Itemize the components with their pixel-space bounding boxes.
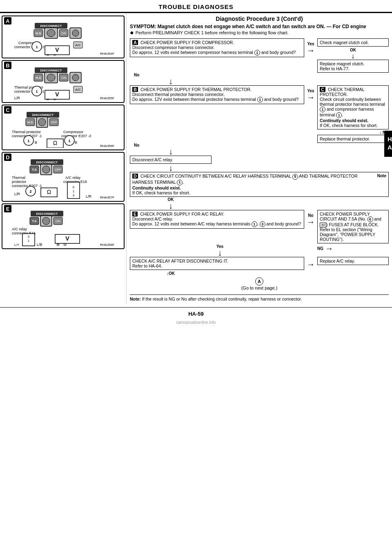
svg-text:2: 2: [29, 190, 31, 194]
svg-text:OFF: OFF: [55, 168, 61, 172]
svg-text:Ω: Ω: [47, 189, 51, 195]
flow-a-check: CHECK POWER SUPPLY FOR COMPRESSOR.: [140, 40, 234, 45]
diagram-e-label: E: [4, 205, 11, 212]
svg-text:DISCONNECT: DISCONNECT: [36, 161, 58, 164]
check-clutch-text: Check magnet clutch coil.: [320, 40, 369, 45]
diagram-b-img: DISCONNECT H.S ON Thermal protector conn…: [4, 62, 122, 100]
flow-e-check: CHECK POWER SUPPLY FOR A/C RELAY.: [140, 212, 224, 216]
ok-label-3: ↓OK: [130, 271, 212, 276]
svg-point-9: [72, 30, 79, 36]
svg-text:V: V: [65, 235, 69, 242]
svg-text:A/C: A/C: [75, 43, 81, 47]
flow-box-b: B CHECK POWER SUPPLY FOR THERMAL PROTECT…: [130, 85, 304, 104]
svg-text:L/R: L/R: [86, 194, 92, 198]
flow-row-e: E CHECK POWER SUPPLY FOR A/C RELAY. Disc…: [130, 210, 389, 243]
svg-text:A/C relay: A/C relay: [65, 176, 81, 180]
flow-d-check: CHECK CIRCUIT CONTINUITY BETWEEN A/C REL…: [132, 174, 358, 195]
flow-c-check: CHECK THERMAL PROTECTOR.: [320, 87, 364, 97]
svg-text:B: B: [75, 140, 77, 145]
ok-arrow-1: ↓: [317, 52, 389, 60]
svg-text:1: 1: [36, 45, 38, 49]
flow-box-a: A CHECK POWER SUPPLY FOR COMPRESSOR. Dis…: [130, 38, 304, 57]
svg-text:L/Y: L/Y: [14, 243, 20, 247]
svg-text:L/R: L/R: [14, 96, 20, 100]
flow-e-detail: Disconnect A/C relay.Do approx. 12 volts…: [132, 216, 301, 226]
svg-text:ON: ON: [56, 219, 60, 223]
svg-point-30: [72, 74, 79, 81]
flow-e-no-arrow: →: [307, 218, 315, 226]
svg-text:V: V: [55, 91, 59, 98]
svg-text:B: B: [35, 140, 37, 145]
svg-text:A/C relay: A/C relay: [12, 227, 27, 231]
flow-e-main: E CHECK POWER SUPPLY FOR A/C RELAY. Disc…: [130, 210, 304, 229]
svg-text:H.S: H.S: [27, 120, 33, 124]
flow-c-detail: Check circuit continuity between thermal…: [320, 97, 385, 128]
diagram-b-label: B: [4, 62, 11, 69]
svg-point-48: [38, 118, 46, 126]
no-a: No: [134, 73, 139, 77]
go-next: A (Go to next page.): [130, 277, 389, 290]
disconnect-relay-text: Disconnect A/C relay.: [132, 157, 173, 162]
svg-text:DISCONNECT: DISCONNECT: [36, 212, 58, 216]
flow-chart: A CHECK POWER SUPPLY FOR COMPRESSOR. Dis…: [130, 38, 389, 301]
svg-text:connector E207 -1: connector E207 -1: [12, 184, 42, 188]
replace-clutch-box: Replace magnet clutch.Refer to HA-77.: [317, 60, 389, 73]
flow-row-bc: B CHECK POWER SUPPLY FOR THERMAL PROTECT…: [130, 85, 389, 143]
flow-e-no-col: No →: [307, 210, 315, 226]
diagram-d-svg: DISCONNECT T.S OFF Thermal protector con…: [10, 158, 116, 199]
check-power-supply-text: CHECK POWER SUPPLY CIRCUIT AND 7.5A (No.…: [320, 212, 381, 242]
svg-text:H.S: H.S: [36, 31, 41, 35]
flow-b-yes-col: Yes →: [307, 85, 315, 101]
flow-row-d: D Note CHECK CIRCUIT CONTINUITY BETWEEN …: [130, 172, 389, 196]
svg-text:⊖: ⊖: [53, 98, 56, 100]
flow-a-detail: Disconnect compressor harness connector.…: [132, 45, 296, 55]
flow-box-d: D Note CHECK CIRCUIT CONTINUITY BETWEEN …: [130, 172, 389, 196]
svg-text:⊕: ⊕: [46, 98, 49, 100]
flow-box-e: E CHECK POWER SUPPLY FOR A/C RELAY. Disc…: [130, 210, 304, 229]
arrow-down-2: ↓: [130, 147, 212, 156]
disconnect-relay-box: Disconnect A/C relay.: [130, 156, 212, 164]
flow-d-main: D Note CHECK CIRCUIT CONTINUITY BETWEEN …: [130, 172, 389, 196]
svg-text:⊖: ⊖: [53, 53, 56, 56]
bullet-dot: ●: [130, 29, 134, 36]
svg-text:5: 5: [72, 185, 74, 189]
svg-text:L/R: L/R: [14, 192, 20, 196]
svg-text:1: 1: [36, 89, 38, 94]
svg-text:T.S: T.S: [32, 219, 37, 223]
flow-box-c: C CHECK THERMAL PROTECTOR. Check circuit…: [317, 85, 389, 129]
svg-text:⊕: ⊕: [46, 53, 49, 56]
svg-point-93: [42, 217, 50, 225]
svg-text:Thermal: Thermal: [12, 176, 25, 180]
note-title: Note:: [130, 297, 141, 301]
ha-tab: HA: [384, 131, 392, 157]
replace-relay-container: Replace A/C relay.: [317, 257, 389, 265]
svg-text:1: 1: [72, 190, 74, 193]
note-block: Note: If the result is NG or No after ch…: [130, 294, 389, 301]
svg-text:Ω: Ω: [53, 140, 57, 146]
flow-d-label: D: [132, 174, 138, 178]
header-title: TROUBLE DIAGNOSES: [158, 3, 234, 10]
replace-thermal-box: Replace thermal protector.: [317, 135, 389, 143]
flow-a-yes-arrow: →: [307, 46, 315, 54]
flow-b-detail: Disconnect thermal protector harness con…: [132, 92, 298, 102]
flow-b-label: B: [132, 87, 138, 92]
svg-text:3: 3: [27, 235, 29, 239]
flow-row-yes-ng: Yes ↓ NG →: [130, 244, 389, 257]
ng-row: NG →: [317, 244, 389, 252]
svg-point-5: [47, 29, 55, 37]
svg-point-69: [42, 166, 50, 173]
svg-text:RHA354F: RHA354F: [100, 52, 114, 56]
svg-text:A/C: A/C: [75, 88, 81, 91]
replace-relay-box: Replace A/C relay.: [317, 257, 389, 265]
flow-b-yes-arrow: →: [307, 93, 315, 101]
svg-text:ON: ON: [61, 31, 66, 35]
arrow-down-1: ↓: [130, 77, 212, 85]
flow-a-main: A CHECK POWER SUPPLY FOR COMPRESSOR. Dis…: [130, 38, 304, 57]
svg-text:RHA355F: RHA355F: [100, 96, 114, 100]
svg-point-26: [47, 74, 55, 81]
bullet-text: Perform PRELIMINARY CHECK 1 before refer…: [136, 30, 289, 35]
flow-e-no-box: CHECK POWER SUPPLY CIRCUIT AND 7.5A (No.…: [317, 210, 389, 243]
svg-text:1: 1: [27, 239, 29, 243]
footer-text: HA-59: [188, 311, 204, 317]
diagram-a-svg: DISCONNECT H.S ON Compressor connector: [10, 22, 116, 56]
